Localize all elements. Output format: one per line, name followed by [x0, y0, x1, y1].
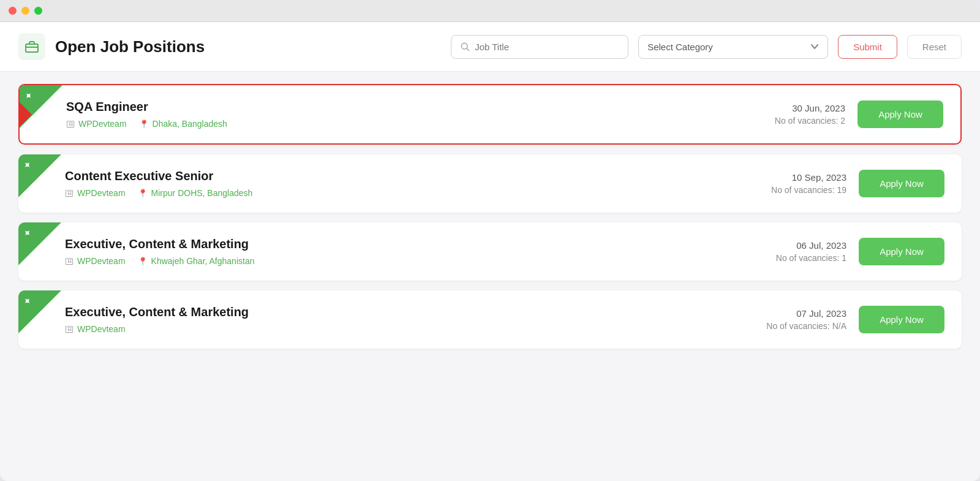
- location-text: Mirpur DOHS, Bangladesh: [151, 188, 253, 198]
- job-title: Executive, Content & Marketing: [65, 305, 724, 319]
- job-meta: WPDevteam 📍 Khwajeh Ghar, Afghanistan: [65, 256, 724, 266]
- company-name: WPDevteam: [77, 188, 126, 198]
- briefcase-icon: [24, 39, 39, 54]
- job-company: WPDevteam: [65, 324, 126, 334]
- job-card: ✦ Executive, Content & Marketing WPDevte…: [18, 222, 962, 281]
- location-icon: 📍: [138, 189, 148, 198]
- svg-rect-17: [68, 259, 69, 260]
- svg-rect-15: [68, 261, 69, 263]
- svg-rect-13: [70, 191, 71, 192]
- job-date: 30 Jun, 2023: [735, 103, 845, 113]
- job-info: Executive, Content & Marketing WPDevteam…: [36, 237, 724, 266]
- job-date: 06 Jul, 2023: [736, 240, 846, 251]
- page-title: Open Job Positions: [55, 37, 441, 56]
- svg-rect-0: [26, 44, 38, 52]
- job-meta: WPDevteam 📍 Dhaka, Bangladesh: [66, 119, 723, 129]
- apply-now-button[interactable]: Apply Now: [859, 306, 944, 333]
- job-company: WPDevteam: [66, 119, 127, 129]
- dot-maximize[interactable]: [34, 7, 42, 15]
- job-vacancies: No of vacancies: 2: [735, 116, 845, 126]
- svg-rect-23: [70, 327, 71, 328]
- svg-rect-10: [68, 193, 69, 195]
- job-info: Content Executive Senior WPDevteam 📍 Mir…: [36, 169, 724, 198]
- job-location: 📍 Khwajeh Ghar, Afghanistan: [138, 256, 255, 266]
- job-date-info: 10 Sep, 2023 No of vacancies: 19: [736, 172, 846, 195]
- svg-rect-6: [71, 124, 72, 126]
- job-list: ✦ SQA Engineer WPDevteam 📍 Dhaka, Bangl: [0, 72, 980, 361]
- job-info: SQA Engineer WPDevteam 📍 Dhaka, Banglade…: [37, 100, 723, 129]
- building-icon: [66, 119, 75, 128]
- reset-button[interactable]: Reset: [907, 35, 962, 59]
- window-bar: [0, 0, 980, 22]
- svg-rect-16: [70, 261, 71, 263]
- search-icon: [460, 42, 470, 51]
- job-title: SQA Engineer: [66, 100, 723, 114]
- job-vacancies: No of vacancies: N/A: [736, 321, 846, 331]
- company-name: WPDevteam: [77, 256, 126, 266]
- svg-rect-8: [71, 122, 72, 123]
- job-date-info: 07 Jul, 2023 No of vacancies: N/A: [736, 308, 846, 331]
- job-meta: WPDevteam: [65, 324, 724, 334]
- search-input[interactable]: [475, 42, 619, 52]
- job-title: Executive, Content & Marketing: [65, 237, 724, 251]
- job-date-info: 30 Jun, 2023 No of vacancies: 2: [735, 103, 845, 126]
- job-title: Content Executive Senior: [65, 169, 724, 183]
- company-name: WPDevteam: [77, 324, 126, 334]
- job-date-info: 06 Jul, 2023 No of vacancies: 1: [736, 240, 846, 263]
- search-box[interactable]: [451, 35, 628, 59]
- location-icon: 📍: [139, 119, 149, 129]
- building-icon: [65, 325, 74, 333]
- job-card: ✦ Executive, Content & Marketing WPDevte…: [18, 290, 962, 349]
- job-info: Executive, Content & Marketing WPDevteam: [36, 305, 724, 334]
- header-icon-box: [18, 33, 45, 60]
- svg-rect-12: [68, 191, 69, 192]
- job-date: 07 Jul, 2023: [736, 308, 846, 319]
- category-placeholder: Select Category: [647, 42, 805, 52]
- dot-close[interactable]: [9, 7, 17, 15]
- location-icon: 📍: [138, 257, 148, 266]
- job-location: 📍 Dhaka, Bangladesh: [139, 119, 227, 129]
- job-vacancies: No of vacancies: 1: [736, 253, 846, 263]
- svg-rect-5: [69, 124, 70, 126]
- location-text: Khwajeh Ghar, Afghanistan: [151, 256, 255, 266]
- job-card: ✦ SQA Engineer WPDevteam 📍 Dhaka, Bangl: [18, 84, 962, 145]
- card-arrow: [18, 101, 32, 128]
- svg-line-3: [467, 48, 469, 51]
- location-text: Dhaka, Bangladesh: [153, 119, 227, 129]
- job-location: 📍 Mirpur DOHS, Bangladesh: [138, 188, 253, 198]
- chevron-down-icon: [810, 42, 819, 51]
- apply-now-button[interactable]: Apply Now: [859, 170, 944, 197]
- svg-rect-7: [69, 122, 70, 123]
- svg-rect-21: [70, 329, 71, 331]
- svg-rect-11: [70, 193, 71, 195]
- company-name: WPDevteam: [78, 119, 127, 129]
- job-card: ✦ Content Executive Senior WPDevteam 📍: [18, 154, 962, 213]
- apply-now-button[interactable]: Apply Now: [859, 238, 944, 265]
- building-icon: [65, 257, 74, 265]
- job-date: 10 Sep, 2023: [736, 172, 846, 183]
- apply-now-button[interactable]: Apply Now: [858, 100, 943, 128]
- category-select[interactable]: Select Category: [638, 35, 828, 59]
- job-vacancies: No of vacancies: 19: [736, 185, 846, 195]
- svg-rect-22: [68, 327, 69, 328]
- building-icon: [65, 189, 74, 197]
- svg-rect-20: [68, 329, 69, 331]
- job-meta: WPDevteam 📍 Mirpur DOHS, Bangladesh: [65, 188, 724, 198]
- job-company: WPDevteam: [65, 256, 126, 266]
- submit-button[interactable]: Submit: [838, 35, 897, 59]
- header: Open Job Positions Select Category Submi…: [0, 22, 980, 72]
- job-company: WPDevteam: [65, 188, 126, 198]
- dot-minimize[interactable]: [21, 7, 29, 15]
- svg-rect-18: [70, 259, 71, 260]
